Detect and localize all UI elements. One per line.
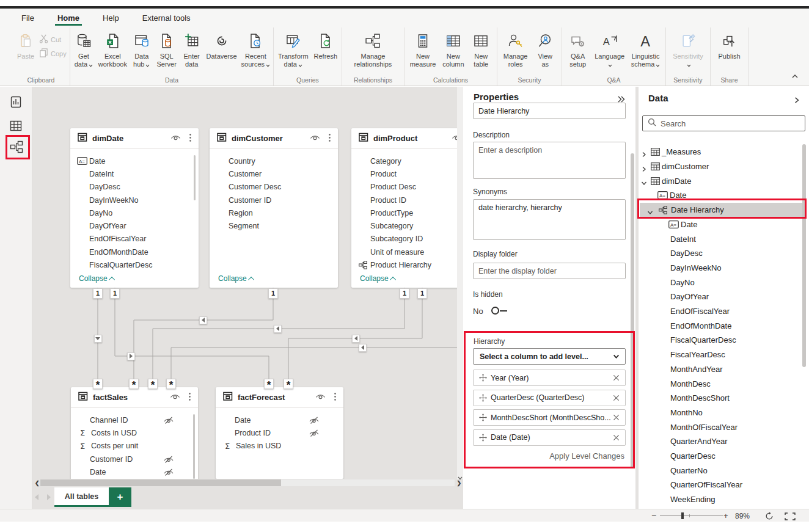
card-scrollbar[interactable] — [193, 414, 195, 479]
collapse-table-link[interactable]: Collapse — [360, 274, 396, 283]
add-table-tab-button[interactable]: + — [109, 487, 131, 507]
field-subcategory-id[interactable]: Subcategory ID — [351, 233, 463, 246]
dataverse-button[interactable]: Dataverse — [205, 32, 238, 60]
field-date[interactable]: Date — [71, 465, 198, 478]
field-subcategory[interactable]: Subcategory — [351, 219, 463, 232]
language-button[interactable]: ALanguage — [593, 32, 626, 68]
hscroll-thumb[interactable] — [40, 479, 281, 486]
tree-item-dayno[interactable]: DayNo — [639, 275, 805, 290]
report-view-icon[interactable] — [10, 96, 23, 109]
more-options-icon[interactable] — [189, 134, 191, 144]
fit-to-screen-icon[interactable] — [785, 512, 796, 520]
field-endofmonthdate[interactable]: EndOfMonthDate — [70, 246, 199, 258]
field-country[interactable]: Country — [210, 155, 338, 167]
field-fiscalquarterdesc[interactable]: FiscalQuarterDesc — [70, 258, 199, 271]
menu-file[interactable]: File — [10, 9, 46, 27]
field-customer[interactable]: Customer — [210, 167, 338, 180]
field-daydesc[interactable]: DayDesc — [70, 181, 199, 194]
refresh-canvas-icon[interactable] — [765, 512, 774, 520]
search-input[interactable]: Search — [642, 115, 805, 131]
table-card-factForecast[interactable]: factForecastDateProduct IDΣSales in USD — [216, 387, 343, 479]
tree-item-monthoffiscalyear[interactable]: MonthOfFiscalYear — [639, 420, 805, 434]
new-measure-button[interactable]: Newmeasure — [409, 32, 437, 68]
recent-sources-button[interactable]: Recentsources — [240, 32, 272, 68]
field-date[interactable]: Date — [216, 414, 343, 426]
relationship-line[interactable] — [171, 348, 463, 387]
menu-help[interactable]: Help — [91, 9, 131, 27]
cut-button[interactable]: Cut — [39, 34, 67, 45]
tab-all-tables[interactable]: All tables — [54, 487, 109, 507]
tree-item-monthno[interactable]: MonthNo — [639, 406, 805, 420]
tree-item-quarterandyear[interactable]: QuarterAndYear — [639, 434, 805, 449]
linguistic-schema-button[interactable]: ALinguisticschema — [630, 32, 662, 68]
sensitivity-button[interactable]: Sensitivity — [672, 32, 705, 68]
field-customer-id[interactable]: Customer ID — [210, 194, 338, 206]
field-segment[interactable]: Segment — [210, 219, 338, 232]
tree-item-daydesc[interactable]: DayDesc — [639, 246, 805, 261]
zoom-slider-track[interactable] — [660, 516, 723, 516]
field-product-desc[interactable]: Product Desc — [351, 181, 463, 194]
tree-item-dayinweekno[interactable]: DayInWeekNo — [639, 261, 805, 275]
field-dateint[interactable]: DateInt — [70, 167, 199, 180]
canvas-vertical-scrollbar[interactable] — [457, 87, 463, 479]
new-table-button[interactable]: Newtable — [469, 32, 492, 68]
field-product-id[interactable]: Product ID — [351, 194, 463, 206]
collapse-data-panel-icon[interactable] — [793, 95, 800, 106]
scroll-left-icon[interactable]: ❮ — [35, 480, 40, 486]
field-producttype[interactable]: ProductType — [351, 206, 463, 219]
field-dayofyear[interactable]: DayOfYear — [70, 219, 199, 232]
tree-item-fiscalquarterdesc[interactable]: FiscalQuarterDesc — [639, 333, 805, 348]
tree-item-dimdate[interactable]: dimDate — [639, 173, 805, 188]
relationship-line[interactable] — [153, 282, 405, 387]
zoom-in-button[interactable]: + — [723, 511, 728, 520]
expand-collapse-icon[interactable] — [641, 164, 647, 170]
tree-item-dimcustomer[interactable]: dimCustomer — [639, 159, 805, 174]
name-field[interactable] — [473, 103, 626, 119]
expand-collapse-icon[interactable] — [641, 149, 647, 155]
expand-collapse-icon[interactable] — [641, 178, 647, 184]
zoom-level[interactable]: 89% — [735, 512, 750, 520]
menu-external-tools[interactable]: External tools — [131, 9, 202, 27]
field-costs-per-unit[interactable]: ΣCosts per unit — [71, 440, 198, 453]
field-unit-of-measure[interactable]: Unit of measure — [351, 246, 463, 258]
more-options-icon[interactable] — [189, 393, 191, 403]
paste-button[interactable]: Paste — [12, 32, 39, 78]
card-scrollbar[interactable] — [194, 155, 196, 200]
manage-relationships-button[interactable]: Managerelationships — [353, 32, 394, 68]
synonyms-field[interactable] — [473, 199, 626, 240]
tree-item-fiscalyeardesc[interactable]: FiscalYearDesc — [639, 348, 805, 362]
publish-button[interactable]: Publish — [717, 32, 741, 60]
relationship-line[interactable] — [115, 282, 269, 387]
table-card-factSales[interactable]: factSalesChannel IDΣCosts in USDΣCosts p… — [71, 387, 198, 479]
field-product[interactable]: Product — [351, 167, 463, 180]
tree-item-quarterno[interactable]: QuarterNo — [639, 463, 805, 478]
new-column-button[interactable]: Newcolumn — [441, 32, 465, 68]
table-card-dimProduct[interactable]: dimProductCategoryProductProduct DescPro… — [351, 128, 463, 288]
field-product-hierarchy[interactable]: Product Hierarchy — [351, 258, 463, 271]
field-customer-desc[interactable]: Customer Desc — [210, 181, 338, 194]
collapse-ribbon-icon[interactable] — [792, 70, 798, 81]
tree-item-endoffiscalyear[interactable]: EndOfFiscalYear — [639, 304, 805, 319]
field-region[interactable]: Region — [210, 206, 338, 219]
field-endoffiscalyear[interactable]: EndOfFiscalYear — [70, 233, 199, 246]
tree-item-quarterdesc[interactable]: QuarterDesc — [639, 449, 805, 464]
tree-item-monthdescshort[interactable]: MonthDescShort — [639, 391, 805, 406]
field-sales-in-usd[interactable]: ΣSales in USD — [216, 440, 343, 453]
data-hub-button[interactable]: Datahub — [130, 32, 153, 68]
tree-item-weekending[interactable]: WeekEnding — [639, 492, 805, 507]
scroll-right-icon[interactable]: ❯ — [456, 480, 461, 486]
q&a-setup-button[interactable]: Q&Asetup — [566, 32, 590, 68]
collapse-table-link[interactable]: Collapse — [79, 274, 115, 283]
relationship-line[interactable] — [134, 282, 273, 387]
excel-workbook-button[interactable]: Excelworkbook — [97, 32, 128, 68]
tree-item-date[interactable]: A=Date — [639, 217, 805, 232]
toggle-visibility-icon[interactable] — [315, 392, 326, 403]
more-options-icon[interactable] — [329, 134, 331, 144]
refresh-button[interactable]: Refresh — [313, 32, 339, 60]
table-view-icon[interactable] — [10, 120, 23, 133]
view-as-button[interactable]: Viewas — [533, 32, 557, 68]
display-folder-field[interactable] — [473, 263, 626, 279]
toggle-visibility-icon[interactable] — [170, 392, 180, 403]
tree-item-monthandyear[interactable]: MonthAndYear — [639, 362, 805, 377]
field-date[interactable]: A=Date — [70, 155, 199, 167]
